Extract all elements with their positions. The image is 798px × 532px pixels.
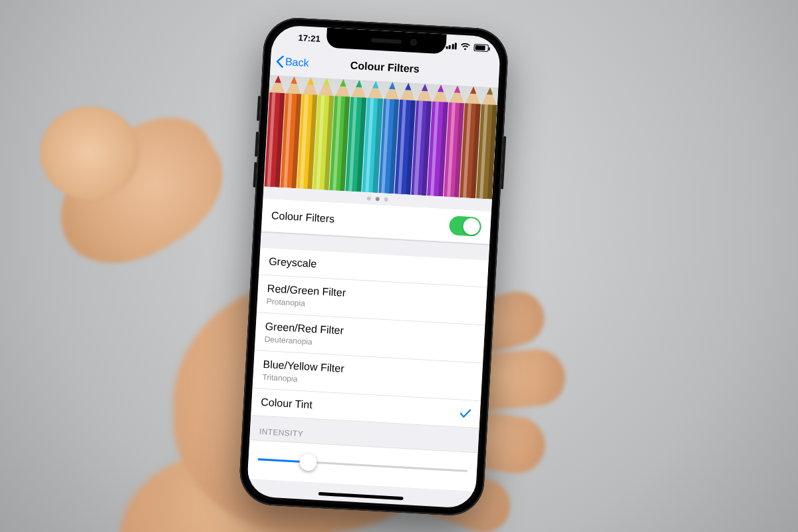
back-label: Back xyxy=(285,56,309,69)
chevron-left-icon xyxy=(275,55,284,68)
page-dot[interactable] xyxy=(376,197,380,201)
front-camera xyxy=(410,39,418,47)
svg-marker-3 xyxy=(291,76,297,84)
battery-icon xyxy=(473,43,489,51)
colour-sample-hero[interactable] xyxy=(263,75,498,200)
svg-marker-5 xyxy=(307,77,314,85)
svg-marker-15 xyxy=(389,82,396,90)
svg-marker-19 xyxy=(422,84,428,92)
svg-marker-23 xyxy=(454,85,461,93)
wifi-icon xyxy=(460,43,471,51)
checkmark-icon xyxy=(460,409,471,419)
filter-title: Greyscale xyxy=(269,255,317,271)
cellular-signal-icon xyxy=(446,43,457,50)
filter-title: Colour Tint xyxy=(261,396,313,412)
svg-marker-13 xyxy=(372,80,379,88)
svg-marker-25 xyxy=(470,86,477,94)
svg-marker-1 xyxy=(275,75,281,83)
phone-frame: 17:21 Back Colour Filt xyxy=(238,16,509,517)
svg-marker-7 xyxy=(323,78,330,86)
screen: 17:21 Back Colour Filt xyxy=(246,25,501,509)
svg-marker-9 xyxy=(340,79,346,87)
status-time: 17:21 xyxy=(289,32,330,44)
toggle-switch[interactable] xyxy=(449,215,482,237)
intensity-slider[interactable] xyxy=(257,450,468,481)
toggle-label: Colour Filters xyxy=(271,209,335,225)
page-dot[interactable] xyxy=(367,196,371,200)
page-title: Colour Filters xyxy=(350,60,420,76)
slider-thumb[interactable] xyxy=(299,453,317,471)
page-dot[interactable] xyxy=(384,198,388,201)
svg-marker-21 xyxy=(438,84,444,92)
svg-marker-11 xyxy=(356,80,362,88)
speaker-grille xyxy=(371,38,402,44)
settings-list: Colour Filters GreyscaleRed/Green Filter… xyxy=(246,199,491,509)
back-button[interactable]: Back xyxy=(275,55,309,69)
svg-marker-27 xyxy=(487,87,493,95)
svg-marker-17 xyxy=(405,82,412,90)
